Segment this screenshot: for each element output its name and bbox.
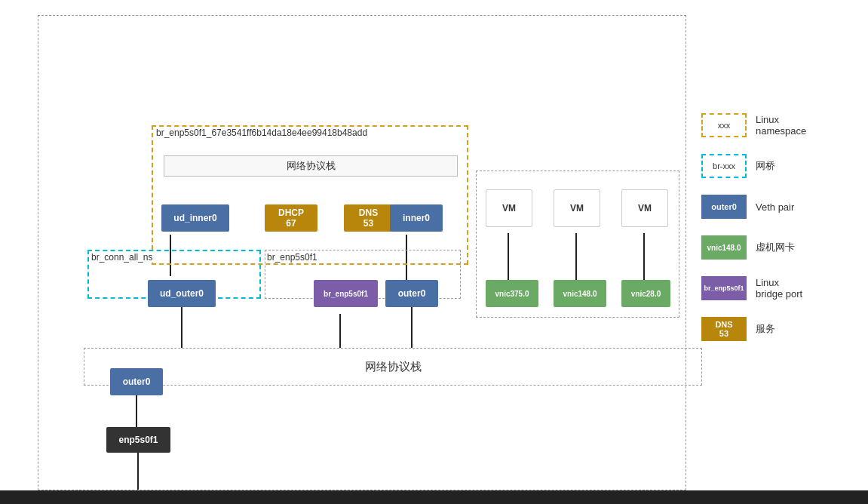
inner0-box: inner0 bbox=[390, 204, 443, 232]
ud-outer0-box: ud_outer0 bbox=[148, 280, 216, 307]
vm2-box: VM bbox=[554, 189, 600, 227]
legend-container: xxx Linux namespace br-xxx 网桥 outer0 Vet… bbox=[701, 113, 860, 358]
br-conn-all-ns-label: br_conn_all_ns bbox=[90, 252, 154, 263]
inner-namespace-label: br_enp5s0f1_67e3541ff6b14da18e4ee99418b4… bbox=[154, 128, 370, 138]
legend-item-bridge-port: br_enp5s0f1 Linux bridge port bbox=[701, 276, 860, 300]
legend-veth-box: outer0 bbox=[701, 195, 747, 219]
vm1-box: VM bbox=[486, 189, 532, 227]
br-enp5s0f1-port-box: br_enp5s0f1 bbox=[314, 280, 378, 307]
legend-veth-label: Veth pair bbox=[756, 201, 794, 213]
br-enp5s0f1-ns-label: br_enp5s0f1 bbox=[267, 252, 317, 263]
legend-ns-box: xxx bbox=[701, 113, 747, 137]
vnic28-box: vnic28.0 bbox=[621, 280, 670, 307]
vnic375-box: vnic375.0 bbox=[486, 280, 538, 307]
legend-item-namespace: xxx Linux namespace bbox=[701, 113, 860, 137]
legend-item-bridge: br-xxx 网桥 bbox=[701, 154, 860, 178]
vm3-box: VM bbox=[621, 189, 668, 227]
legend-ns-label: Linux namespace bbox=[756, 114, 806, 137]
bottom-bar bbox=[0, 490, 868, 504]
legend-service-label: 服务 bbox=[756, 322, 775, 336]
legend-port-label: Linux bridge port bbox=[756, 277, 802, 300]
legend-vnic-box: vnic148.0 bbox=[701, 235, 747, 260]
protocol-stack-inner: 网络协议栈 bbox=[164, 155, 458, 177]
legend-item-vnic: vnic148.0 虚机网卡 bbox=[701, 235, 860, 260]
ud-inner0-box: ud_inner0 bbox=[161, 204, 229, 232]
legend-service-box: DNS 53 bbox=[701, 317, 747, 341]
legend-bridge-label: 网桥 bbox=[756, 159, 775, 173]
enp5s0f1-box: enp5s0f1 bbox=[106, 427, 170, 453]
legend-item-veth: outer0 Veth pair bbox=[701, 195, 860, 219]
outer0-top-box: outer0 bbox=[385, 280, 438, 307]
protocol-stack-bottom: 网络协议栈 bbox=[84, 348, 702, 386]
legend-vnic-label: 虚机网卡 bbox=[756, 241, 795, 254]
diagram-container: br_enp5s0f1_67e3541ff6b14da18e4ee99418b4… bbox=[38, 15, 686, 490]
inner-namespace-box bbox=[152, 125, 468, 265]
dns53-box: DNS 53 bbox=[344, 204, 393, 232]
vnic148-box: vnic148.0 bbox=[554, 280, 606, 307]
dhcp67-box: DHCP 67 bbox=[265, 204, 317, 232]
legend-bridge-box: br-xxx bbox=[701, 154, 747, 178]
outer0-bottom-box: outer0 bbox=[110, 368, 163, 395]
legend-item-service: DNS 53 服务 bbox=[701, 317, 860, 341]
legend-port-box: br_enp5s0f1 bbox=[701, 276, 747, 300]
